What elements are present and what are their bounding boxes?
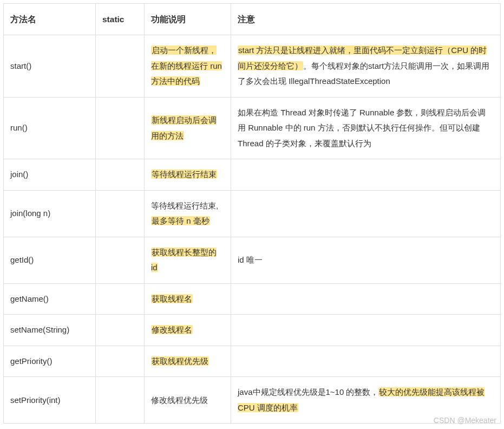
cell-note: id 唯一 [231,237,501,283]
cell-static [96,315,145,346]
table-row: run()新线程启动后会调用的方法如果在构造 Thread 对象时传递了 Run… [4,97,501,159]
cell-static [96,377,145,424]
table-row: start()启动一个新线程，在新的线程运行 run 方法中的代码start 方… [4,35,501,98]
cell-static [96,283,145,315]
cell-note: java中规定线程优先级是1~10 的整数，较大的优先级能提高该线程被 CPU … [231,377,501,424]
cell-desc: 等待线程运行结束 [145,159,231,191]
highlighted-text: 新线程启动后会调用的方法 [151,115,217,140]
cell-note [231,315,501,346]
cell-desc: 修改线程名 [145,315,231,346]
cell-method: run() [4,97,96,159]
header-note: 注意 [231,4,501,35]
thread-methods-table: 方法名 static 功能说明 注意 start()启动一个新线程，在新的线程运… [3,3,501,424]
cell-note [231,346,501,377]
highlighted-text: 等待线程运行结束 [151,170,217,179]
highlighted-text: 获取线程优先级 [151,356,209,366]
highlighted-text: 最多等待 n 毫秒 [151,216,210,225]
cell-desc: 获取线程长整型的 id [145,237,231,283]
table-row: setName(String)修改线程名 [4,315,501,346]
cell-method: getId() [4,237,96,283]
cell-method: setPriority(int) [4,377,96,424]
plain-text: 等待线程运行结束, [151,201,218,210]
cell-method: setName(String) [4,315,96,346]
cell-desc: 等待线程运行结束,最多等待 n 毫秒 [145,190,231,237]
cell-method: join(long n) [4,190,96,237]
table-row: setPriority(int)修改线程优先级java中规定线程优先级是1~10… [4,377,501,424]
highlighted-text: 修改线程名 [151,325,193,334]
header-method: 方法名 [4,4,96,35]
highlighted-text: 获取线程长整型的 id [151,248,217,272]
cell-desc: 新线程启动后会调用的方法 [145,97,231,159]
table-row: getPriority()获取线程优先级 [4,346,501,377]
table-header-row: 方法名 static 功能说明 注意 [4,4,501,35]
cell-note [231,190,501,237]
cell-desc: 获取线程优先级 [145,346,231,377]
highlighted-text: 获取线程名 [151,294,193,303]
header-static: static [96,4,145,35]
cell-static [96,97,145,159]
cell-static [96,190,145,237]
cell-desc: 获取线程名 [145,283,231,315]
cell-method: join() [4,159,96,191]
plain-text: id 唯一 [238,255,263,264]
plain-text: 修改线程优先级 [151,395,208,405]
cell-static [96,346,145,377]
cell-static [96,159,145,191]
cell-note: start 方法只是让线程进入就绪，里面代码不一定立刻运行（CPU 的时间片还没… [231,35,501,98]
cell-method: start() [4,35,96,98]
cell-note [231,159,501,191]
plain-text: java中规定线程优先级是1~10 的整数， [238,387,378,396]
cell-static [96,35,145,98]
cell-method: getPriority() [4,346,96,377]
table-row: getId()获取线程长整型的 idid 唯一 [4,237,501,283]
cell-desc: 修改线程优先级 [145,377,231,424]
cell-desc: 启动一个新线程，在新的线程运行 run 方法中的代码 [145,35,231,98]
cell-note [231,283,501,315]
table-row: getName()获取线程名 [4,283,501,315]
table-row: join(long n)等待线程运行结束,最多等待 n 毫秒 [4,190,501,237]
plain-text: 如果在构造 Thread 对象时传递了 Runnable 参数，则线程启动后会调… [238,108,486,148]
table-row: join()等待线程运行结束 [4,159,501,191]
header-desc: 功能说明 [145,4,231,35]
highlighted-text: 启动一个新线程，在新的线程运行 run 方法中的代码 [151,46,222,86]
cell-note: 如果在构造 Thread 对象时传递了 Runnable 参数，则线程启动后会调… [231,97,501,159]
cell-method: getName() [4,283,96,315]
cell-static [96,237,145,283]
